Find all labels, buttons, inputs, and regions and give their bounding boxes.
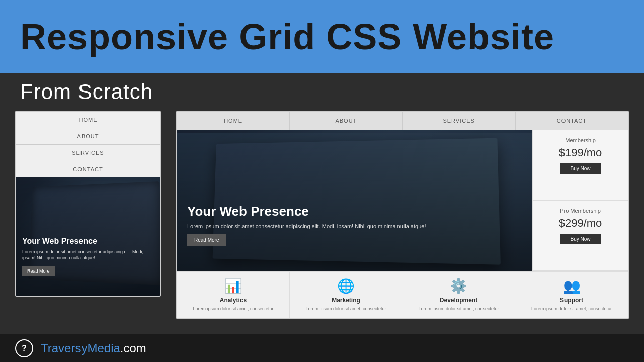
title-part1: Responsive bbox=[20, 17, 239, 57]
feature-support-desc: Lorem ipsum dolor sit amet, consectetur bbox=[520, 306, 623, 312]
title-part2: Grid CSS Website bbox=[239, 17, 554, 57]
mobile-nav-contact[interactable]: CONTACT bbox=[16, 161, 160, 177]
desktop-hero-description: Lorem ipsum dolor sit amet consectetur a… bbox=[187, 223, 426, 229]
sidebar-membership-buy-button[interactable]: Buy Now bbox=[560, 163, 600, 174]
desktop-hero-text: Your Web Presence Lorem ipsum dolor sit … bbox=[187, 204, 426, 246]
sidebar-membership-title: Membership bbox=[538, 137, 623, 143]
desktop-preview: HOME ABOUT SERVICES CONTACT Your Web Pre… bbox=[176, 111, 629, 319]
feature-marketing: 🌐 Marketing Lorem ipsum dolor sit amet, … bbox=[290, 272, 403, 318]
feature-support-title: Support bbox=[520, 297, 623, 304]
desktop-body: Your Web Presence Lorem ipsum dolor sit … bbox=[177, 130, 628, 318]
feature-marketing-desc: Lorem ipsum dolor sit amet, consectetur bbox=[295, 306, 397, 312]
mobile-hero-title: Your Web Presence bbox=[22, 237, 154, 246]
desktop-nav-about[interactable]: ABOUT bbox=[290, 112, 403, 130]
desktop-nav-home[interactable]: HOME bbox=[177, 112, 290, 130]
brand-text: TraversyMedia.com bbox=[41, 341, 146, 355]
feature-analytics-desc: Lorem ipsum dolor sit amet, consectetur bbox=[182, 306, 284, 312]
sidebar-pro-price: $299/mo bbox=[538, 217, 623, 230]
top-header: Responsive Grid CSS Website bbox=[0, 0, 644, 73]
desktop-nav: HOME ABOUT SERVICES CONTACT bbox=[177, 112, 628, 130]
sidebar-pro-title: Pro Membership bbox=[538, 208, 623, 214]
feature-analytics: 📊 Analytics Lorem ipsum dolor sit amet, … bbox=[177, 272, 290, 318]
mobile-nav-services[interactable]: SERVICES bbox=[16, 145, 160, 161]
desktop-hero-title: Your Web Presence bbox=[187, 204, 426, 219]
feature-development-title: Development bbox=[408, 297, 510, 304]
mobile-hero: Your Web Presence Lorem ipsum dolor sit … bbox=[16, 177, 160, 296]
sidebar-pro-buy-button[interactable]: Buy Now bbox=[560, 234, 600, 244]
sidebar-membership-card: Membership $199/mo Buy Now bbox=[533, 130, 628, 201]
brand-name: TraversyMedia bbox=[41, 341, 120, 355]
bottom-bar: ? TraversyMedia.com bbox=[0, 334, 644, 362]
feature-development: ⚙️ Development Lorem ipsum dolor sit ame… bbox=[403, 272, 515, 318]
mobile-preview: HOME ABOUT SERVICES CONTACT Your Web Pre… bbox=[15, 111, 161, 297]
desktop-nav-services[interactable]: SERVICES bbox=[403, 112, 516, 130]
mobile-hero-text: Your Web Presence Lorem ipsum dolor sit … bbox=[22, 237, 154, 276]
subtitle-row: From Scratch bbox=[0, 73, 644, 111]
feature-support: 👥 Support Lorem ipsum dolor sit amet, co… bbox=[515, 272, 628, 318]
sidebar-membership-price: $199/mo bbox=[538, 146, 623, 159]
main-content: HOME ABOUT SERVICES CONTACT Your Web Pre… bbox=[0, 111, 644, 362]
desktop-hero: Your Web Presence Lorem ipsum dolor sit … bbox=[177, 130, 532, 271]
mobile-nav-home[interactable]: HOME bbox=[16, 112, 160, 128]
logo-char: ? bbox=[22, 344, 27, 353]
marketing-icon: 🌐 bbox=[295, 278, 397, 294]
development-icon: ⚙️ bbox=[408, 278, 510, 294]
desktop-read-more-button[interactable]: Read More bbox=[187, 234, 226, 246]
feature-marketing-title: Marketing bbox=[295, 297, 397, 304]
mobile-nav-about[interactable]: ABOUT bbox=[16, 128, 160, 145]
main-title: Responsive Grid CSS Website bbox=[20, 16, 554, 57]
analytics-icon: 📊 bbox=[182, 278, 284, 294]
brand-domain: .com bbox=[120, 341, 146, 355]
mobile-nav: HOME ABOUT SERVICES CONTACT bbox=[16, 112, 160, 177]
desktop-features: 📊 Analytics Lorem ipsum dolor sit amet, … bbox=[177, 271, 628, 318]
mobile-read-more-button[interactable]: Read More bbox=[22, 266, 55, 276]
sidebar-pro-membership-card: Pro Membership $299/mo Buy Now bbox=[533, 201, 628, 271]
mobile-hero-description: Lorem ipsum dolor sit amet consectetur a… bbox=[22, 249, 154, 261]
support-icon: 👥 bbox=[520, 278, 623, 294]
subtitle: From Scratch bbox=[20, 80, 153, 104]
feature-development-desc: Lorem ipsum dolor sit amet, consectetur bbox=[408, 306, 510, 312]
desktop-hero-overlay bbox=[177, 130, 532, 271]
desktop-nav-contact[interactable]: CONTACT bbox=[516, 112, 628, 130]
brand-logo-icon: ? bbox=[15, 339, 33, 357]
feature-analytics-title: Analytics bbox=[182, 297, 284, 304]
desktop-sidebar: Membership $199/mo Buy Now Pro Membershi… bbox=[532, 130, 628, 271]
